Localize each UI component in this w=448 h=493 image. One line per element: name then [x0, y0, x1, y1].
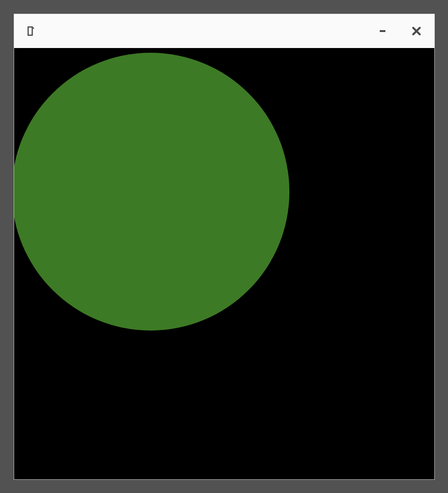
- canvas[interactable]: [14, 48, 434, 479]
- minimize-button[interactable]: [378, 26, 387, 36]
- svg-rect-0: [28, 27, 32, 35]
- app-icon: [27, 26, 35, 36]
- shape-circle: [14, 53, 289, 331]
- close-button[interactable]: [412, 26, 421, 36]
- application-window: [14, 14, 435, 480]
- titlebar-left: [27, 26, 40, 36]
- window-controls: [378, 26, 421, 36]
- titlebar[interactable]: [14, 14, 434, 48]
- close-icon: [412, 27, 421, 35]
- minimize-icon: [380, 30, 385, 32]
